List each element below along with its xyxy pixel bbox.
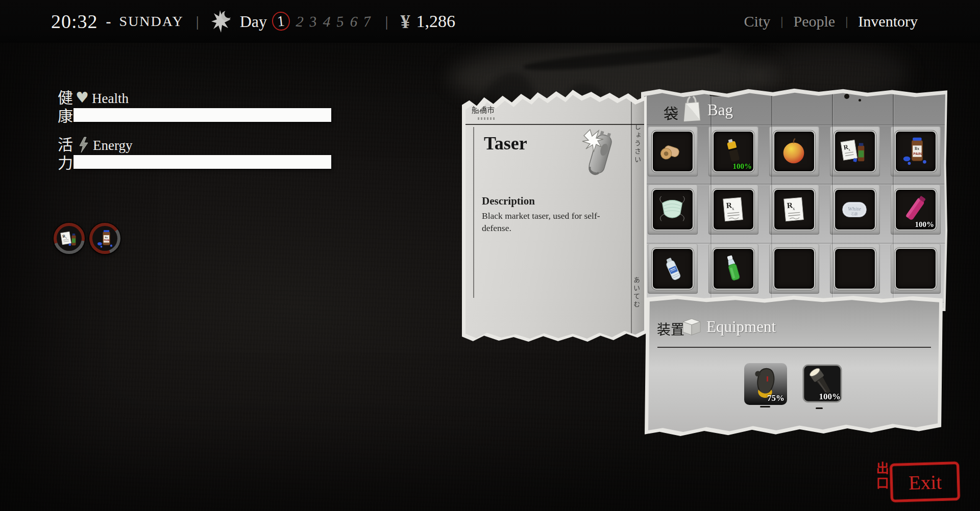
topbar-divider: | [196, 13, 199, 30]
ink-mark [844, 94, 849, 99]
face-mask-icon [656, 193, 688, 225]
bag-slot-painkiller[interactable]: Rx PAIN [895, 131, 937, 172]
nav-divider: | [845, 14, 848, 29]
svg-text:PAIN: PAIN [104, 239, 109, 242]
tick-mark [760, 406, 770, 407]
tick-mark [816, 407, 823, 409]
paper-bag-icon [682, 95, 702, 125]
panel-seam-line [644, 243, 945, 244]
bag-slot-rx-paper[interactable]: R x [773, 189, 815, 231]
nav-item-inventory[interactable]: Inventory [858, 13, 918, 30]
svg-text:Rx: Rx [105, 236, 108, 238]
bag-slot-empty[interactable] [895, 248, 937, 290]
health-kanji: 健康 [53, 90, 75, 126]
bag-slot-rx-syrup[interactable]: R x [834, 131, 876, 172]
exit-kanji: 出口 [872, 462, 890, 491]
equipment-divider [657, 347, 931, 348]
health-bar-fill [74, 108, 331, 122]
bag-slot-apple[interactable] [773, 131, 815, 172]
day-number: 7 [363, 13, 372, 30]
svg-text:PAIN: PAIN [913, 151, 922, 156]
day-number: 4 [322, 13, 331, 30]
ink-mark [859, 99, 861, 101]
equipment-panel: 装置 Equipment 75% 100% [648, 298, 939, 432]
topbar-divider: | [385, 13, 388, 30]
bandage-roll-icon [656, 135, 688, 167]
money-amount: 1,286 [416, 12, 456, 31]
panel-margin-rule [473, 127, 474, 298]
cough-syrup-effect: R x [54, 223, 85, 254]
time-day-separator: - [106, 13, 111, 30]
rx-paper-icon: R x [778, 193, 810, 225]
panel-seam-line [644, 184, 945, 185]
durability-badge: 100% [915, 220, 935, 229]
bag-slot-bandage-roll[interactable] [652, 131, 694, 172]
green-bottle-icon [717, 252, 749, 284]
item-detail-panel: 船橋市 Taser Description Black market tas [465, 95, 644, 339]
taser-illustration [571, 124, 630, 187]
durability-badge: 75% [767, 393, 785, 403]
soap-icon: White 石鹸 [839, 193, 870, 225]
bag-slot-pink-spray[interactable]: 100% [895, 189, 937, 231]
bag-panel: 袋 Bag 100% R x Rx PAIN [644, 92, 945, 308]
bag-slot-water-bottle[interactable] [652, 248, 694, 290]
energy-label: Energy [93, 138, 132, 154]
current-day-number: 1 [271, 11, 290, 32]
energy-kanji: 活力 [53, 137, 75, 173]
day-number: 3 [309, 13, 317, 30]
rx-paper-icon: R x [717, 193, 749, 225]
bag-slot-face-mask[interactable] [652, 189, 694, 231]
topbar: 20:32 - SUNDAY | Day 1234567 | ¥ 1,286 C… [0, 0, 980, 43]
exit-label: Exit [908, 470, 942, 494]
svg-text:White: White [848, 206, 861, 212]
painkiller-effect: Rx PAIN [89, 223, 120, 254]
day-number: 5 [336, 13, 345, 30]
game-screen: 20:32 - SUNDAY | Day 1234567 | ¥ 1,286 C… [0, 0, 980, 511]
svg-text:Rx: Rx [915, 147, 919, 151]
heart-icon: ♥ [76, 89, 89, 106]
day-label: Day [240, 12, 267, 31]
bag-slot-rx-paper[interactable]: R x [713, 189, 754, 231]
bag-slot-green-bottle[interactable] [713, 248, 754, 290]
equipment-label: Equipment [706, 318, 776, 336]
item-title: Taser [484, 133, 527, 154]
clock-time: 20:32 [51, 10, 98, 33]
exit-button[interactable]: 出口 Exit [868, 459, 960, 504]
equipment-slot-flashlight[interactable]: 100% [801, 364, 843, 403]
day-number: 6 [349, 13, 358, 30]
day-number: 2 [295, 13, 304, 30]
bag-slot-battery[interactable]: 100% [713, 131, 754, 172]
panel-seam-line [644, 124, 945, 125]
energy-bar [74, 155, 331, 169]
description-heading: Description [482, 195, 535, 208]
rx-syrup-icon: R x [839, 135, 870, 167]
currency-icon: ¥ [401, 10, 410, 33]
equipment-slot-glove[interactable]: 75% [744, 363, 787, 405]
health-bar [74, 108, 331, 122]
item-vertical-text: あいてむ [631, 276, 641, 309]
water-bottle-icon [656, 252, 688, 284]
painkiller-icon: Rx PAIN [92, 226, 117, 251]
equipment-kanji: 装置 [657, 319, 684, 339]
nav-item-people[interactable]: People [793, 13, 835, 30]
details-vertical-text: しょうさい [632, 123, 642, 164]
durability-badge: 100% [733, 162, 752, 171]
day-list: 1234567 [272, 12, 371, 31]
svg-text:石鹸: 石鹸 [851, 212, 858, 216]
bag-slot-empty[interactable] [773, 248, 815, 290]
corner-fine-print [478, 117, 496, 120]
nav-divider: | [780, 14, 783, 29]
durability-badge: 100% [819, 392, 841, 402]
bag-slot-soap[interactable]: White 石鹸 [834, 189, 876, 231]
bag-slot-empty[interactable] [834, 248, 876, 290]
box-icon [681, 316, 702, 338]
nav-item-city[interactable]: City [744, 13, 771, 30]
weekday-label: SUNDAY [119, 13, 184, 30]
night-star-moon-icon [211, 9, 234, 34]
lightning-bolt-icon [78, 137, 90, 155]
apple-icon [778, 135, 810, 167]
main-nav: City|People|Inventory [744, 13, 918, 30]
description-body: Black market taser, used for self-defens… [482, 210, 603, 234]
exit-stamp-border: Exit [890, 462, 960, 502]
ink-brush-stroke [523, 43, 723, 74]
